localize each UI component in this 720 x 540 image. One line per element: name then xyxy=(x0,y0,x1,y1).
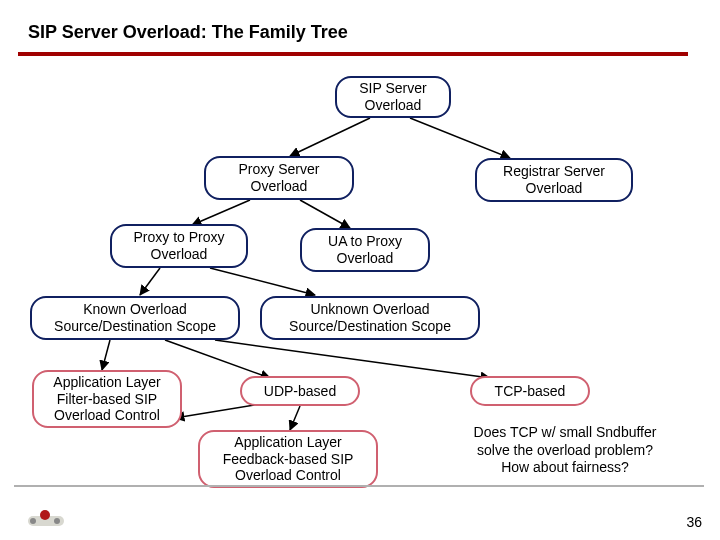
node-app-filter: Application LayerFilter-based SIPOverloa… xyxy=(32,370,182,428)
node-unknown-scope: Unknown OverloadSource/Destination Scope xyxy=(260,296,480,340)
node-udp: UDP-based xyxy=(240,376,360,406)
svg-line-1 xyxy=(410,118,510,158)
footer-rule xyxy=(14,485,704,487)
svg-line-7 xyxy=(165,340,270,378)
node-registrar: Registrar ServerOverload xyxy=(475,158,633,202)
node-root: SIP ServerOverload xyxy=(335,76,451,118)
svg-line-3 xyxy=(300,200,350,228)
svg-line-2 xyxy=(192,200,250,225)
svg-line-8 xyxy=(215,340,490,378)
node-ua-to-proxy: UA to ProxyOverload xyxy=(300,228,430,272)
node-proxy-to-proxy: Proxy to ProxyOverload xyxy=(110,224,248,268)
node-known-scope: Known OverloadSource/Destination Scope xyxy=(30,296,240,340)
svg-line-9 xyxy=(290,406,300,430)
annotation-tcp-question: Does TCP w/ small Sndbuffersolve the ove… xyxy=(440,424,690,477)
title-rule xyxy=(18,52,688,56)
node-proxy-server: Proxy ServerOverload xyxy=(204,156,354,200)
svg-line-6 xyxy=(102,340,110,370)
svg-line-4 xyxy=(140,268,160,295)
svg-line-5 xyxy=(210,268,315,295)
svg-line-10 xyxy=(175,404,260,418)
page-title: SIP Server Overload: The Family Tree xyxy=(28,22,348,43)
slide-number: 36 xyxy=(686,514,702,530)
node-tcp: TCP-based xyxy=(470,376,590,406)
node-app-feedback: Application LayerFeedback-based SIPOverl… xyxy=(198,430,378,488)
footer-logo xyxy=(28,510,64,528)
svg-line-0 xyxy=(290,118,370,156)
